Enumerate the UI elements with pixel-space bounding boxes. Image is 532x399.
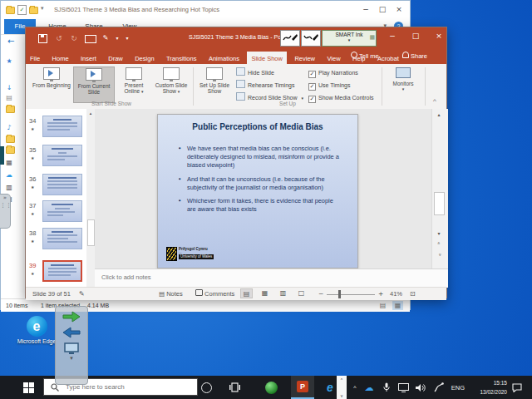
close-button[interactable]: × [392,3,406,16]
editor-vertical-scrollbar[interactable]: ▴ ▾ « « [431,109,446,268]
icons-view-button[interactable]: ▦ [392,301,403,310]
task-view-button[interactable] [226,376,243,399]
ink-status-icon[interactable]: ✎ [79,289,85,298]
next-slide-button[interactable]: « [436,249,442,262]
slide-thumbnail[interactable] [42,145,82,166]
monitors-button[interactable]: Monitors ▾ [385,66,421,103]
use-timings-checkbox[interactable]: ✓Use Timings [308,80,351,91]
present-online-button[interactable]: Present Online ▾ [117,66,150,103]
action-center-button[interactable] [509,376,525,399]
slide-thumbnail-selected[interactable] [42,260,82,282]
slide-thumbnail[interactable] [42,116,82,137]
smart-tools-side-tab[interactable]: » ⋮⋮ [0,194,11,229]
scroll-down-icon[interactable]: v [337,382,347,398]
zoom-slider-track[interactable] [327,294,375,295]
music-icon[interactable]: ♪ [1,124,17,131]
scroll-up-icon[interactable]: ▴ [86,111,95,116]
app-button-green[interactable] [261,376,281,399]
redo-icon[interactable]: ↻ [67,30,81,47]
display-tray-icon[interactable] [396,376,411,399]
close-button[interactable]: × [428,27,450,44]
slide-thumbnail[interactable] [42,228,82,249]
slide-thumbnail[interactable] [42,174,82,195]
smart-floating-toolbar[interactable]: ▾ [55,306,88,385]
slide-sorter-view-button[interactable]: ▦ [259,288,271,298]
share-button[interactable]: Share [398,49,431,64]
notes-placeholder[interactable]: Click to add notes [101,273,151,281]
notes-pane[interactable]: Click to add notes [95,268,448,288]
maximize-button[interactable]: □ [375,3,390,16]
zoom-percentage[interactable]: 41% [390,289,402,298]
save-icon[interactable] [36,30,49,47]
scrollbar-thumb[interactable] [434,192,445,215]
start-button[interactable] [18,376,38,399]
scroll-down-icon[interactable]: ▾ [432,230,446,236]
undo-arrow-icon[interactable] [62,327,81,338]
zoom-out-button[interactable]: − [318,289,323,298]
play-narrations-checkbox[interactable]: ✓Play Narrations [308,67,358,78]
set-up-slide-show-button[interactable]: Set Up Slide Show [196,66,233,103]
microphone-tray-icon[interactable] [380,376,393,399]
minimize-button[interactable]: − [382,27,403,44]
folder-icon[interactable] [29,7,38,14]
onedrive-cloud-icon[interactable]: ☁ [1,171,17,179]
comments-toggle-button[interactable]: Comments [195,289,234,298]
scroll-up-icon[interactable]: ▴ [432,111,446,117]
taskbar-mini-scrollbar[interactable]: ^ v [337,376,347,399]
undo-icon[interactable]: ↺ [52,30,66,47]
from-current-slide-button[interactable]: From Current Slide [73,66,115,103]
folder-icon[interactable] [6,146,15,154]
slide-canvas[interactable]: Public Perceptions of Media Bias •We hav… [157,114,358,268]
from-beginning-button[interactable]: From Beginning [32,66,71,103]
screen-capture-icon[interactable] [64,342,79,355]
smart-ink-button[interactable]: SMART Ink ▾ ▦ [322,30,377,47]
details-view-button[interactable]: ▤ [377,301,388,310]
slide-show-view-button[interactable]: □ [295,288,308,298]
start-slideshow-icon[interactable] [84,30,97,47]
downloads-icon[interactable]: ↓ [1,84,17,91]
toolbar-collapse-icon[interactable]: ▾ [56,355,87,362]
folder-icon[interactable] [6,135,15,143]
scroll-up-icon[interactable]: ^ [337,376,347,382]
custom-slide-show-button[interactable]: Custom Slide Show ▾ [152,66,190,103]
zoom-slider-thumb[interactable] [338,290,341,298]
slide-bullet: •We have seen that media bias can be con… [178,145,341,170]
notes-toggle-button[interactable]: ▤ Notes [159,289,183,298]
edge-desktop-icon[interactable]: e Microsoft Edge [12,316,62,345]
smart-ink-pen-icon[interactable] [280,30,300,47]
smart-board-tray-icon[interactable] [431,376,446,399]
zoom-in-button[interactable]: + [378,289,383,298]
back-button[interactable]: ← [7,37,14,46]
slide-thumbnail[interactable] [42,200,82,222]
powerpoint-titlebar[interactable]: ↺ ↻ ✎ ▾ ▾ SJSI5021 Theme 3 Media Bias - … [26,27,446,49]
maximize-button[interactable]: □ [405,27,426,44]
cortana-button[interactable] [198,376,214,399]
qat-dropdown-icon[interactable]: ▾ [41,5,44,12]
reading-view-button[interactable]: ▥ [277,288,289,298]
hide-slide-button[interactable]: Hide Slide [236,67,274,78]
explorer-titlebar[interactable]: ✓ ▾ SJSI5021 Theme 3 Media Bias and Rese… [1,1,410,19]
powerpoint-taskbar-button[interactable]: P [291,376,314,399]
tell-me-button[interactable]: Tell me [347,49,383,64]
language-indicator[interactable]: ENG [449,376,467,399]
collapse-ribbon-icon[interactable]: ^ [433,97,436,105]
folder-icon[interactable] [6,106,15,113]
tray-expand-icon[interactable]: ^ [349,376,361,399]
fit-to-window-icon[interactable]: ⊡ [410,289,416,298]
internet-explorer-icon: e [327,381,333,394]
clock-tray[interactable]: 15:15 13/02/2020 [469,378,507,397]
rehearse-timings-button[interactable]: Rehearse Timings [236,80,294,91]
redo-arrow-icon[interactable] [62,311,81,323]
documents-icon[interactable]: ▤ [1,94,17,101]
qat-customize-icon[interactable]: ▾ [121,30,134,47]
monitor-icon[interactable]: ▥ [1,184,17,191]
quick-access-check-icon[interactable]: ✓ [17,5,27,15]
minimize-button[interactable]: − [358,3,373,16]
smart-ink-pen-icon[interactable] [301,30,321,47]
quick-access-star-icon[interactable]: ★ [1,57,17,65]
smart-ink-grid-icon[interactable]: ▦ [369,34,375,42]
volume-tray-icon[interactable] [413,376,428,399]
onedrive-tray-icon[interactable]: ☁ [362,376,376,399]
scrollbar-thumb[interactable] [87,219,95,246]
normal-view-button[interactable]: ▤ [240,288,253,298]
